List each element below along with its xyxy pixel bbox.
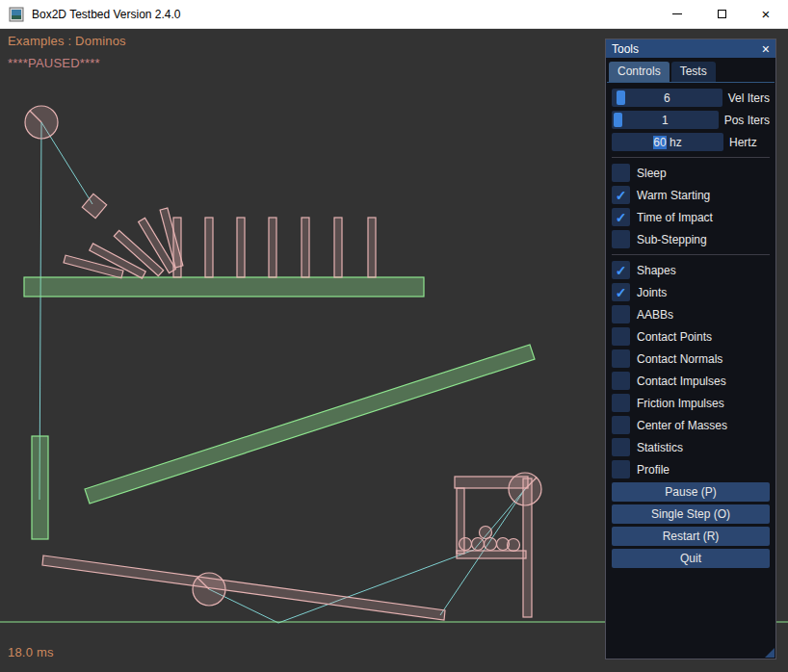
checkbox-row-profile[interactable]: ✓ Profile bbox=[612, 460, 770, 478]
checkbox-row-sleep[interactable]: ✓ Sleep bbox=[612, 164, 770, 182]
checkbox-row-friction-impulses[interactable]: ✓ Friction Impulses bbox=[612, 394, 770, 412]
checkbox[interactable]: ✓ bbox=[612, 438, 630, 456]
checkbox[interactable]: ✓ bbox=[612, 283, 630, 301]
minimize-icon bbox=[672, 13, 682, 14]
resize-grip-icon[interactable] bbox=[765, 648, 775, 658]
checkbox-row-center-of-masses[interactable]: ✓ Center of Masses bbox=[612, 416, 770, 434]
checkbox[interactable]: ✓ bbox=[612, 416, 630, 434]
checkbox[interactable]: ✓ bbox=[612, 305, 630, 323]
checkbox[interactable]: ✓ bbox=[612, 208, 630, 226]
hertz-input[interactable]: 60 hz bbox=[612, 133, 723, 151]
hertz-label: Hertz bbox=[729, 136, 757, 149]
hertz-row: 60 hz Hertz bbox=[612, 133, 770, 151]
separator bbox=[612, 254, 770, 255]
checkbox[interactable]: ✓ bbox=[612, 327, 630, 346]
vel-iters-row: 6 Vel Iters bbox=[612, 89, 770, 107]
checkbox-row-contact-points[interactable]: ✓ Contact Points bbox=[612, 327, 770, 346]
checkbox[interactable]: ✓ bbox=[612, 349, 630, 368]
hertz-selected-text: 60 bbox=[653, 136, 666, 149]
pause-button[interactable]: Pause (P) bbox=[612, 482, 770, 502]
checkbox-row-sub-stepping[interactable]: ✓ Sub-Stepping bbox=[612, 230, 770, 248]
checkbox-row-shapes[interactable]: ✓ Shapes bbox=[612, 261, 770, 279]
checkbox[interactable]: ✓ bbox=[612, 230, 630, 248]
separator bbox=[612, 157, 770, 158]
pos-iters-value: 1 bbox=[662, 114, 669, 127]
paused-label: ****PAUSED**** bbox=[8, 56, 100, 70]
window-title: Box2D Testbed Version 2.4.0 bbox=[32, 8, 181, 21]
slider-grab[interactable] bbox=[617, 90, 625, 105]
maximize-icon bbox=[718, 10, 726, 18]
checkbox-row-contact-normals[interactable]: ✓ Contact Normals bbox=[612, 349, 770, 368]
checkbox-row-contact-impulses[interactable]: ✓ Contact Impulses bbox=[612, 372, 770, 390]
check-icon: ✓ bbox=[616, 286, 627, 299]
check-icon: ✓ bbox=[616, 211, 627, 224]
pos-iters-row: 1 Pos Iters bbox=[612, 111, 770, 129]
frame-time-label: 18.0 ms bbox=[8, 645, 54, 659]
checkbox[interactable]: ✓ bbox=[612, 164, 630, 182]
app-icon bbox=[9, 7, 24, 22]
vel-iters-value: 6 bbox=[664, 91, 670, 105]
tools-window: Tools × Controls Tests 6 Vel Iters 1 Pos… bbox=[605, 39, 776, 659]
checkbox-row-time-of-impact[interactable]: ✓ Time of Impact bbox=[612, 208, 770, 226]
close-icon: × bbox=[762, 7, 771, 21]
vertical-column bbox=[32, 436, 48, 539]
tools-tabbar: Controls Tests bbox=[607, 58, 775, 83]
frame-shelf bbox=[457, 551, 526, 558]
checkbox[interactable]: ✓ bbox=[612, 394, 630, 412]
tab-controls[interactable]: Controls bbox=[609, 62, 670, 82]
vel-iters-label: Vel Iters bbox=[728, 91, 770, 105]
tools-titlebar[interactable]: Tools × bbox=[606, 39, 775, 58]
maximize-button[interactable] bbox=[699, 0, 744, 28]
checkbox-row-statistics[interactable]: ✓ Statistics bbox=[612, 438, 770, 456]
pos-iters-label: Pos Iters bbox=[724, 114, 770, 127]
vel-iters-slider[interactable]: 6 bbox=[612, 89, 722, 107]
checkbox-row-joints[interactable]: ✓ Joints bbox=[612, 283, 770, 301]
tools-title: Tools bbox=[612, 42, 639, 56]
checkbox[interactable]: ✓ bbox=[612, 460, 630, 478]
check-icon: ✓ bbox=[616, 264, 627, 277]
hertz-suffix: hz bbox=[667, 136, 682, 149]
checkbox[interactable]: ✓ bbox=[612, 372, 630, 390]
example-label: Examples : Dominos bbox=[8, 34, 126, 48]
tools-content: 6 Vel Iters 1 Pos Iters 60 hz Hertz ✓ Sl… bbox=[606, 83, 775, 577]
hanging-box bbox=[82, 194, 106, 218]
quit-button[interactable]: Quit bbox=[612, 549, 770, 568]
window-titlebar[interactable]: Box2D Testbed Version 2.4.0 × bbox=[0, 0, 788, 29]
dynamic-bodies bbox=[25, 106, 541, 620]
minimize-button[interactable] bbox=[655, 0, 699, 28]
domino-shelf bbox=[24, 277, 424, 297]
pos-iters-slider[interactable]: 1 bbox=[612, 111, 719, 129]
restart-button[interactable]: Restart (R) bbox=[612, 527, 770, 546]
close-button[interactable]: × bbox=[744, 0, 788, 28]
check-icon: ✓ bbox=[616, 189, 627, 202]
checkbox-row-warm-starting[interactable]: ✓ Warm Starting bbox=[612, 186, 770, 204]
slider-grab[interactable] bbox=[614, 113, 622, 127]
checkbox[interactable]: ✓ bbox=[612, 261, 630, 279]
tools-close-icon[interactable]: × bbox=[762, 42, 770, 56]
checkbox[interactable]: ✓ bbox=[612, 186, 630, 204]
checkbox-row-aabbs[interactable]: ✓ AABBs bbox=[612, 305, 770, 323]
single-step-button[interactable]: Single Step (O) bbox=[612, 504, 770, 524]
seesaw-plank bbox=[42, 556, 445, 620]
tab-tests[interactable]: Tests bbox=[671, 62, 716, 82]
